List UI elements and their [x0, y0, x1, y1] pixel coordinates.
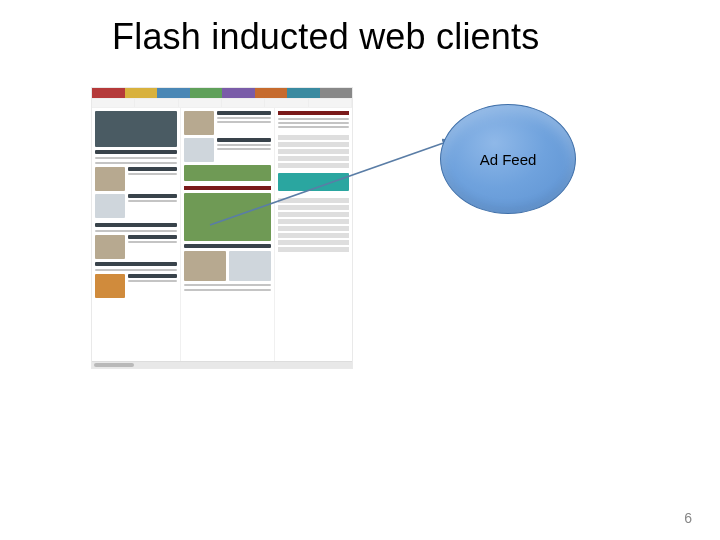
list-item [278, 198, 349, 203]
story-item [95, 167, 177, 191]
webpage-subnav [92, 99, 352, 108]
hero-thumb [95, 111, 177, 147]
story-item [184, 138, 271, 162]
left-column [92, 108, 180, 364]
thumb [184, 251, 226, 281]
list-item [278, 212, 349, 217]
text-line [95, 162, 177, 164]
promo-box [278, 173, 349, 191]
nav-tab [92, 88, 125, 98]
subnav-item [222, 99, 265, 107]
slide-title: Flash inducted web clients [112, 16, 539, 58]
list-item [278, 226, 349, 231]
bubble-label: Ad Feed [480, 151, 537, 168]
webpage-content [92, 108, 352, 364]
subnav-item [265, 99, 308, 107]
text-line [278, 122, 349, 124]
text-line [128, 200, 177, 202]
text-line [278, 118, 349, 120]
sidebar-block [278, 118, 349, 128]
headline [128, 235, 177, 239]
text-line [128, 241, 177, 243]
ad-thumb [184, 165, 271, 181]
list-item [278, 156, 349, 161]
list-item [278, 247, 349, 252]
text-line [217, 144, 271, 146]
text-line [217, 117, 271, 119]
headline [217, 138, 271, 142]
text-line [217, 121, 271, 123]
webpage-navbar [92, 88, 352, 99]
headline [128, 167, 177, 171]
middle-column [180, 108, 274, 364]
list-item [278, 142, 349, 147]
headline [217, 111, 271, 115]
list-item [278, 233, 349, 238]
section-header [184, 186, 271, 190]
text-line [217, 148, 271, 150]
text-line [95, 269, 177, 271]
sidebar-ad-feed [274, 108, 352, 364]
list-item [278, 205, 349, 210]
thumb [184, 138, 214, 162]
headline [95, 150, 177, 154]
headline [128, 194, 177, 198]
nav-tab [125, 88, 158, 98]
thumb [184, 111, 214, 135]
text-line [128, 173, 177, 175]
sidebar-list [278, 135, 349, 170]
thumb-row [184, 251, 271, 281]
subnav-item [179, 99, 222, 107]
ad-feed-bubble: Ad Feed [440, 104, 576, 214]
thumb [229, 251, 271, 281]
thumb [95, 235, 125, 259]
sidebar-header [278, 111, 349, 115]
headline [95, 223, 177, 227]
list-item [278, 135, 349, 140]
story-item [95, 235, 177, 259]
text-line [95, 157, 177, 159]
text-line [184, 289, 271, 291]
headline [95, 262, 177, 266]
nav-tab [190, 88, 223, 98]
nav-tab [287, 88, 320, 98]
headline [184, 244, 271, 248]
list-item [278, 240, 349, 245]
subnav-item [92, 99, 135, 107]
horizontal-scrollbar [92, 361, 352, 368]
webpage-screenshot [92, 88, 352, 368]
subnav-item [135, 99, 178, 107]
nav-tab [157, 88, 190, 98]
slide: Flash inducted web clients [0, 0, 720, 540]
nav-tab [255, 88, 288, 98]
headline [128, 274, 177, 278]
text-line [128, 280, 177, 282]
story-item [95, 274, 177, 298]
list-item [278, 219, 349, 224]
nav-tab [222, 88, 255, 98]
story-item [184, 111, 271, 135]
text-line [278, 126, 349, 128]
thumb [95, 194, 125, 218]
nav-tab [320, 88, 353, 98]
page-number: 6 [684, 510, 692, 526]
text-line [95, 230, 177, 232]
thumb [95, 167, 125, 191]
text-line [184, 284, 271, 286]
list-item [278, 163, 349, 168]
video-thumb [184, 193, 271, 241]
story-item [95, 194, 177, 218]
thumb [95, 274, 125, 298]
sidebar-list [278, 198, 349, 254]
subnav-item [309, 99, 352, 107]
list-item [278, 149, 349, 154]
